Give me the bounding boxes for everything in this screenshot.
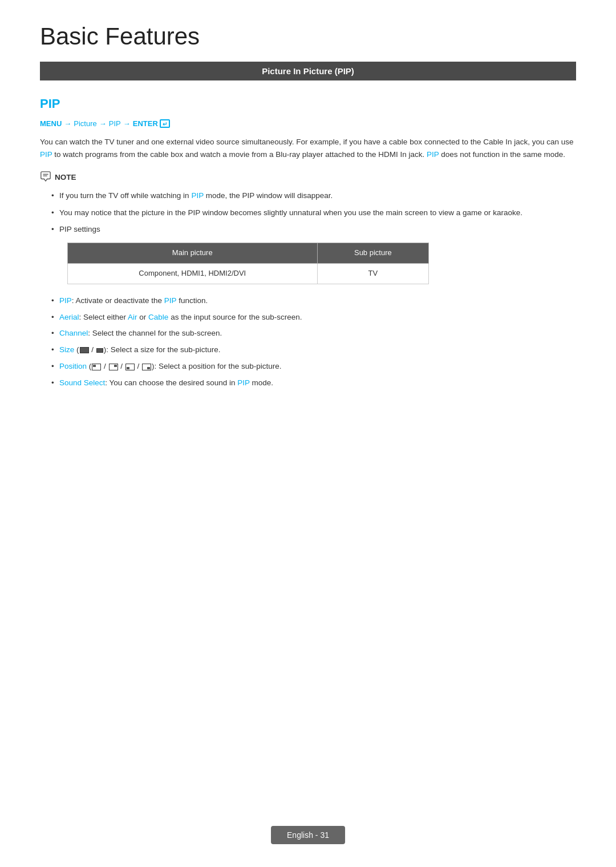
enter-icon: ↵ — [160, 119, 170, 128]
note-list: If you turn the TV off while watching in… — [40, 189, 576, 284]
pip-feature-label: PIP — [59, 296, 72, 305]
aerial-label: Aerial — [59, 313, 79, 321]
air-label: Air — [128, 313, 137, 321]
table-cell-sub: TV — [317, 263, 429, 284]
page-title: Basic Features — [40, 23, 576, 50]
pip-sound-label: PIP — [237, 378, 250, 387]
size-icon-small — [96, 348, 103, 353]
menu-path: MENU → Picture → PIP → ENTER↵ — [40, 119, 576, 128]
pip-inline-1: PIP — [40, 150, 52, 159]
arrow-1: → — [64, 119, 71, 128]
note-item-3: PIP settings Main picture Sub picture Co… — [51, 223, 576, 284]
feature-position: Position ( / / / ): Select a position fo… — [51, 360, 576, 373]
description: You can watch the TV tuner and one exter… — [40, 136, 576, 160]
feature-channel: Channel: Select the channel for the sub-… — [51, 327, 576, 340]
arrow-3: → — [123, 119, 131, 128]
note-label: NOTE — [55, 173, 76, 182]
pip-heading: PIP — [40, 96, 576, 111]
pip-table: Main picture Sub picture Component, HDMI… — [67, 243, 429, 284]
size-icon-large — [80, 347, 89, 353]
note-item-2: You may notice that the picture in the P… — [51, 207, 576, 219]
sound-label: Sound Select — [59, 378, 105, 387]
table-header-main: Main picture — [68, 243, 318, 263]
size-label: Size — [59, 345, 74, 354]
enter-label: ENTER↵ — [133, 119, 170, 128]
note-header: NOTE — [40, 171, 576, 184]
pip-note-1: PIP — [191, 191, 204, 200]
table-cell-main: Component, HDMI1, HDMI2/DVI — [68, 263, 318, 284]
feature-pip: PIP: Activate or deactivate the PIP func… — [51, 295, 576, 308]
arrow-2: → — [99, 119, 107, 128]
note-icon — [40, 171, 51, 184]
cable-label: Cable — [148, 313, 168, 321]
footer: English - 31 — [271, 826, 345, 844]
pip-path-label: PIP — [109, 119, 121, 128]
position-label: Position — [59, 362, 87, 370]
section-header: Picture In Picture (PIP) — [40, 62, 576, 80]
note-section: NOTE If you turn the TV off while watchi… — [40, 171, 576, 284]
pip-inline-2: PIP — [427, 150, 439, 159]
picture-label: Picture — [74, 119, 96, 128]
feature-sound: Sound Select: You can choose the desired… — [51, 377, 576, 390]
table-row: Component, HDMI1, HDMI2/DVI TV — [68, 263, 429, 284]
table-header-sub: Sub picture — [317, 243, 429, 263]
feature-size: Size ( / ): Select a size for the sub-pi… — [51, 344, 576, 357]
feature-list: PIP: Activate or deactivate the PIP func… — [40, 295, 576, 390]
pos-icon-2 — [109, 364, 118, 370]
footer-badge: English - 31 — [271, 826, 345, 844]
note-item-1: If you turn the TV off while watching in… — [51, 189, 576, 202]
channel-label: Channel — [59, 329, 88, 337]
pos-icon-3 — [125, 364, 135, 370]
pos-icon-4 — [142, 364, 151, 370]
feature-aerial: Aerial: Select either Air or Cable as th… — [51, 311, 576, 324]
pos-icon-1 — [92, 364, 101, 370]
menu-label: MENU — [40, 119, 62, 128]
pip-feature-label2: PIP — [164, 296, 177, 305]
